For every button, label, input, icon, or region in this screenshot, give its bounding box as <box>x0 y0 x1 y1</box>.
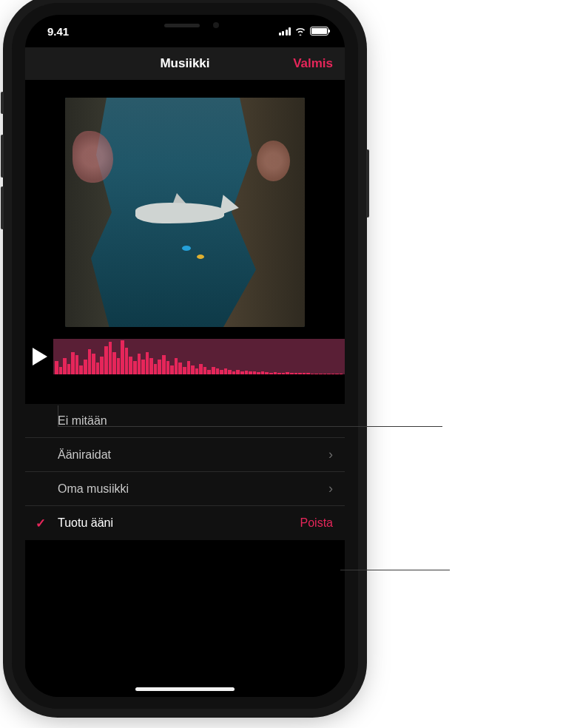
option-none[interactable]: Ei mitään <box>25 404 345 438</box>
option-label: Ääniraidat <box>58 448 111 462</box>
status-time: 9.41 <box>47 25 69 38</box>
scene-coral-left <box>73 131 113 183</box>
volume-down-button <box>1 186 4 229</box>
battery-icon <box>310 27 328 36</box>
power-button <box>366 149 369 218</box>
video-preview[interactable] <box>65 98 305 327</box>
speaker-grille <box>164 24 200 27</box>
scene-fish <box>182 246 191 251</box>
play-icon[interactable] <box>33 348 47 365</box>
delete-button[interactable]: Poista <box>300 516 333 530</box>
content: Ei mitään Ääniraidat › Oma musiikki › ✓ … <box>25 80 345 697</box>
volume-up-button <box>1 135 4 178</box>
scene-coral-right <box>257 141 290 181</box>
music-options-list: Ei mitään Ääniraidat › Oma musiikki › ✓ … <box>25 404 345 540</box>
nav-bar: Musiikki Valmis <box>25 47 345 80</box>
home-indicator[interactable] <box>135 687 235 691</box>
chevron-right-icon: › <box>328 481 333 496</box>
video-preview-wrap <box>25 80 345 327</box>
waveform-row <box>25 339 345 374</box>
callout-line <box>58 426 442 427</box>
callout-line <box>340 570 450 570</box>
status-indicators <box>279 27 329 36</box>
scene-fish <box>197 255 204 259</box>
wifi-icon <box>294 27 306 36</box>
option-soundtracks[interactable]: Ääniraidat › <box>25 438 345 472</box>
option-imported-audio[interactable]: ✓ Tuotu ääni Poista <box>25 506 345 540</box>
option-my-music[interactable]: Oma musiikki › <box>25 472 345 506</box>
option-label: Tuotu ääni <box>58 516 113 530</box>
page-title: Musiikki <box>160 56 209 71</box>
scene-shark <box>135 198 239 229</box>
front-camera <box>213 22 219 28</box>
cellular-icon <box>279 27 291 36</box>
phone-frame: 9.41 Musiikki Valmis <box>12 3 358 709</box>
silence-switch <box>1 92 4 114</box>
check-icon: ✓ <box>36 516 46 531</box>
done-button[interactable]: Valmis <box>293 56 333 71</box>
screen: 9.41 Musiikki Valmis <box>25 15 345 697</box>
audio-waveform[interactable] <box>53 339 345 374</box>
callout-line <box>58 405 58 426</box>
option-label: Ei mitään <box>58 414 107 428</box>
option-label: Oma musiikki <box>58 482 129 496</box>
chevron-right-icon: › <box>328 447 333 462</box>
notch <box>111 15 259 36</box>
